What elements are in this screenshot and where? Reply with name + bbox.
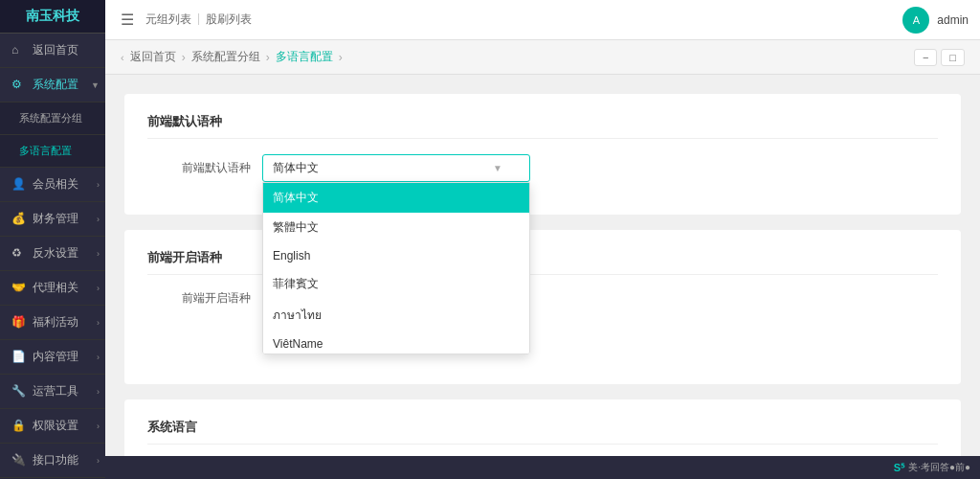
sidebar: 南玉科技 ⌂ 返回首页 ⚙ 系统配置 ▼ 系统配置分组 多语言配置 👤 会员相关…	[0, 0, 105, 479]
section-system-lang: 系统语言 语言/Language 简体中文 ▼ 保存内容 重置	[124, 399, 961, 456]
content-icon: 📄	[11, 350, 27, 365]
sidebar-item-content[interactable]: 📄 内容管理 ›	[0, 340, 105, 375]
topbar: ☰ 元组列表 | 股刷列表 A admin	[105, 0, 980, 40]
sidebar-item-return-home[interactable]: ⌂ 返回首页	[0, 34, 105, 68]
home-icon: ⌂	[11, 43, 27, 58]
default-lang-selected-value: 简体中文	[273, 160, 319, 176]
breadcrumb-sep-3: ›	[339, 51, 343, 64]
sidebar-item-interface[interactable]: 🔌 接口功能 ›	[0, 444, 105, 478]
arrow-icon: ›	[97, 353, 100, 362]
arrow-icon: ›	[97, 215, 100, 224]
sidebar-label: 内容管理	[33, 349, 78, 365]
section-system-lang-title: 系统语言	[147, 419, 938, 445]
sidebar-label: 系统配置	[33, 77, 78, 93]
breadcrumb: ‹ 返回首页 › 系统配置分组 › 多语言配置 › − □	[105, 40, 980, 75]
hamburger-icon: ☰	[121, 11, 134, 28]
sidebar-logo: 南玉科技	[0, 0, 105, 34]
user-icon: 👤	[11, 177, 27, 193]
statusbar-text: 美·考回答●前●	[908, 461, 970, 474]
section-enabled-lang: 前端开启语种 前端开启语种 ViêtName 保存内容 重置	[124, 230, 961, 384]
sidebar-item-operation[interactable]: 🔧 运营工具 ›	[0, 375, 105, 409]
breadcrumb-item-multilang[interactable]: 多语言配置	[276, 49, 333, 65]
default-lang-label: 前端默认语种	[147, 160, 262, 176]
content-area: 前端默认语种 前端默认语种 简体中文 ▼ 简体中文 繁體中文 English 菲…	[105, 75, 980, 456]
lock-icon: 🔒	[11, 419, 27, 434]
topbar-right: A admin	[902, 7, 969, 34]
sidebar-label: 接口功能	[33, 452, 78, 468]
enabled-lang-label: 前端开启语种	[147, 290, 262, 307]
main-area: ☰ 元组列表 | 股刷列表 A admin ‹ 返回首页 › 系统配置分组 › …	[105, 0, 980, 479]
sidebar-item-welfare[interactable]: 🎁 福利活动 ›	[0, 306, 105, 340]
statusbar-brand: S⁵	[894, 462, 904, 474]
section-default-lang: 前端默认语种 前端默认语种 简体中文 ▼ 简体中文 繁體中文 English 菲…	[124, 94, 961, 215]
breadcrumb-arrow: ‹	[121, 52, 124, 63]
agent-icon: 🤝	[11, 281, 27, 296]
topbar-link-yuanzu[interactable]: 元组列表	[145, 11, 191, 28]
arrow-icon: ›	[97, 422, 100, 431]
sidebar-item-finance[interactable]: 💰 财务管理 ›	[0, 202, 105, 237]
arrow-icon: ›	[97, 180, 100, 190]
sidebar-item-permission[interactable]: 🔒 权限设置 ›	[0, 409, 105, 444]
arrow-icon: ▼	[91, 80, 100, 90]
menu-toggle-button[interactable]: ☰	[117, 9, 138, 31]
dropdown-item-1[interactable]: 繁體中文	[263, 213, 529, 242]
sidebar-label: 福利活动	[33, 314, 78, 331]
breadcrumb-sep-1: ›	[182, 51, 186, 64]
sidebar-label: 权限设置	[33, 418, 78, 434]
topbar-links: 元组列表 | 股刷列表	[145, 11, 252, 28]
welfare-icon: 🎁	[11, 315, 27, 331]
sidebar-label: 财务管理	[33, 211, 78, 227]
arrow-icon: ›	[97, 456, 100, 466]
breadcrumb-sep-2: ›	[266, 51, 270, 64]
api-icon: 🔌	[11, 453, 27, 468]
section-default-lang-title: 前端默认语种	[147, 113, 938, 139]
sidebar-item-antiwater[interactable]: ♻ 反水设置 ›	[0, 237, 105, 271]
breadcrumb-maximize-button[interactable]: □	[941, 49, 965, 66]
sidebar-label: 返回首页	[33, 42, 78, 58]
default-lang-select-wrapper: 简体中文 ▼ 简体中文 繁體中文 English 菲律賓文 ภาษาไทย Vi…	[262, 154, 530, 182]
sidebar-sub-label: 多语言配置	[19, 144, 72, 158]
tools-icon: 🔧	[11, 384, 27, 399]
breadcrumb-actions: − □	[914, 49, 965, 66]
sidebar-item-system-config-sub[interactable]: 系统配置分组	[0, 103, 105, 135]
avatar-text: A	[913, 14, 920, 26]
sidebar-item-system-config[interactable]: ⚙ 系统配置 ▼	[0, 68, 105, 103]
sidebar-item-member[interactable]: 👤 会员相关 ›	[0, 168, 105, 202]
avatar: A	[902, 7, 929, 34]
topbar-link-gushua[interactable]: 股刷列表	[206, 11, 252, 28]
sidebar-label: 反水设置	[33, 245, 78, 262]
gear-icon: ⚙	[11, 78, 27, 93]
breadcrumb-item-system[interactable]: 系统配置分组	[191, 49, 260, 65]
arrow-icon: ›	[97, 249, 100, 259]
breadcrumb-item-home[interactable]: 返回首页	[130, 49, 176, 65]
sidebar-item-multilang[interactable]: 多语言配置	[0, 135, 105, 168]
finance-icon: 💰	[11, 212, 27, 227]
sidebar-label: 运营工具	[33, 383, 78, 399]
breadcrumb-minimize-button[interactable]: −	[914, 49, 937, 66]
sidebar-item-agent[interactable]: 🤝 代理相关 ›	[0, 271, 105, 306]
topbar-sep: |	[197, 11, 200, 28]
dropdown-item-2[interactable]: English	[263, 242, 529, 269]
water-icon: ♻	[11, 246, 27, 262]
arrow-icon: ›	[97, 318, 100, 328]
arrow-icon: ›	[97, 284, 100, 293]
default-lang-form-row: 前端默认语种 简体中文 ▼ 简体中文 繁體中文 English 菲律賓文 ภาษ…	[147, 154, 938, 182]
logo-text: 南玉科技	[26, 8, 79, 25]
topbar-left: ☰ 元组列表 | 股刷列表	[117, 9, 252, 31]
arrow-icon: ›	[97, 387, 100, 397]
sidebar-label: 代理相关	[33, 280, 78, 296]
dropdown-item-5[interactable]: ViêtName	[263, 331, 529, 354]
default-lang-select[interactable]: 简体中文 ▼	[262, 154, 530, 182]
sidebar-sub-label: 系统配置分组	[19, 111, 82, 125]
dropdown-item-3[interactable]: 菲律賓文	[263, 269, 529, 299]
chevron-down-icon: ▼	[493, 163, 502, 173]
sidebar-label: 会员相关	[33, 176, 78, 193]
dropdown-item-4[interactable]: ภาษาไทย	[263, 299, 529, 331]
dropdown-item-0[interactable]: 简体中文	[263, 183, 529, 213]
sidebar-submenu-system: 系统配置分组 多语言配置	[0, 103, 105, 168]
username-label: admin	[937, 13, 969, 27]
statusbar: S⁵ 美·考回答●前●	[105, 456, 980, 479]
default-lang-dropdown: 简体中文 繁體中文 English 菲律賓文 ภาษาไทย ViêtName	[262, 182, 530, 354]
